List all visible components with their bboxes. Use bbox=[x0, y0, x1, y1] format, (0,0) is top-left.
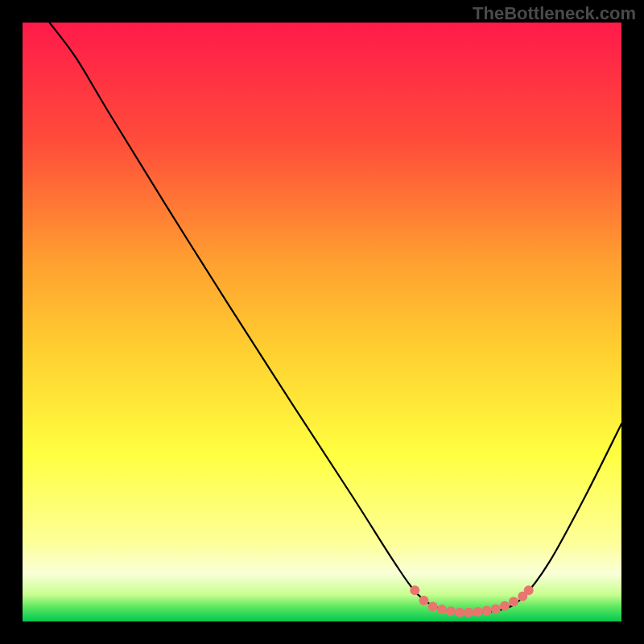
trough-dot bbox=[482, 606, 492, 616]
trough-dot bbox=[428, 601, 438, 611]
trough-dot bbox=[419, 596, 428, 605]
trough-dot bbox=[500, 601, 510, 611]
trough-dot bbox=[446, 606, 456, 616]
plot-area bbox=[23, 23, 621, 621]
trough-dot bbox=[473, 607, 482, 617]
trough-dot bbox=[464, 608, 473, 617]
chart-svg bbox=[23, 23, 621, 621]
chart-frame: TheBottleneck.com bbox=[0, 0, 644, 644]
trough-dot bbox=[437, 605, 447, 614]
trough-dot bbox=[455, 608, 464, 617]
trough-dot bbox=[410, 585, 419, 595]
gradient-bg bbox=[23, 23, 621, 621]
trough-dot bbox=[509, 597, 518, 606]
watermark-text: TheBottleneck.com bbox=[473, 3, 636, 24]
trough-dot bbox=[491, 604, 501, 613]
trough-dot bbox=[524, 585, 534, 595]
